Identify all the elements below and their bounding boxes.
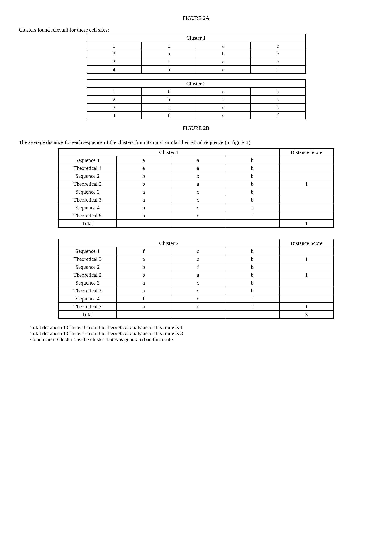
table-row: 3acb [87,103,305,111]
table-row: Theoretical 2bab1 [59,180,334,188]
figure-2b-title: FIGURE 2B [19,125,373,131]
table-row: Theoretical 2bab1 [59,271,334,279]
cluster1-table-2a: Cluster 1 1aab 2bbb 3acb 4bcf [87,34,306,74]
figure-2a-title: FIGURE 2A [19,15,373,21]
table-row: Theoretical 1aab [59,164,334,172]
footer-line1: Total distance of Cluster 1 from the the… [30,324,373,330]
table-row: Sequence 3acb [59,188,334,196]
table-row: Sequence 1aab [59,156,334,164]
footer-line2: Total distance of Cluster 2 from the the… [30,330,373,336]
cluster2-2b-header: Cluster 2 [59,239,280,247]
table-row: Theoretical 8bcf [59,212,334,220]
table-row: Total3 [59,311,334,319]
table-row: Sequence 1fcb [59,247,334,255]
table-row: 4bcf [87,66,305,74]
table-row: 2bbb [87,50,305,58]
table-row: Theoretical 3acb [59,287,334,295]
table-row: Total1 [59,220,334,227]
cluster1-header: Cluster 1 [87,34,305,42]
table-row: Sequence 2bfb [59,263,334,271]
figure-2a-intro: Clusters found relevant for these cell s… [19,27,373,33]
cluster1-2b-header: Cluster 1 [59,148,280,156]
table-row: 4fcf [87,111,305,119]
cluster1-table-2b: Cluster 1 Distance Score Sequence 1aab T… [58,148,334,228]
distance-score-header: Distance Score [279,148,334,156]
table-row: 2bfb [87,96,305,103]
table-row: Sequence 2bbb [59,172,334,180]
cluster2-header: Cluster 2 [87,80,305,88]
table-row: Sequence 4fcf [59,295,334,303]
table-row: Theoretical 3acb [59,196,334,204]
table-row: Sequence 4bcf [59,204,334,212]
footer-line3: Conclusion: Cluster 1 is the cluster tha… [30,336,373,343]
distance-score-header: Distance Score [279,239,334,247]
table-row: Theoretical 3acb1 [59,255,334,263]
figure-2b-intro: The average distance for each sequence o… [19,139,373,146]
cluster2-table-2b: Cluster 2 Distance Score Sequence 1fcb T… [58,239,334,319]
table-row: 1aab [87,42,305,50]
cluster2-table-2a: Cluster 2 1fcb 2bfb 3acb 4fcf [87,79,306,120]
table-row: 1fcb [87,88,305,96]
table-row: 3acb [87,58,305,66]
table-row: Theoretical 7acf1 [59,303,334,311]
table-row: Sequence 3acb [59,279,334,287]
